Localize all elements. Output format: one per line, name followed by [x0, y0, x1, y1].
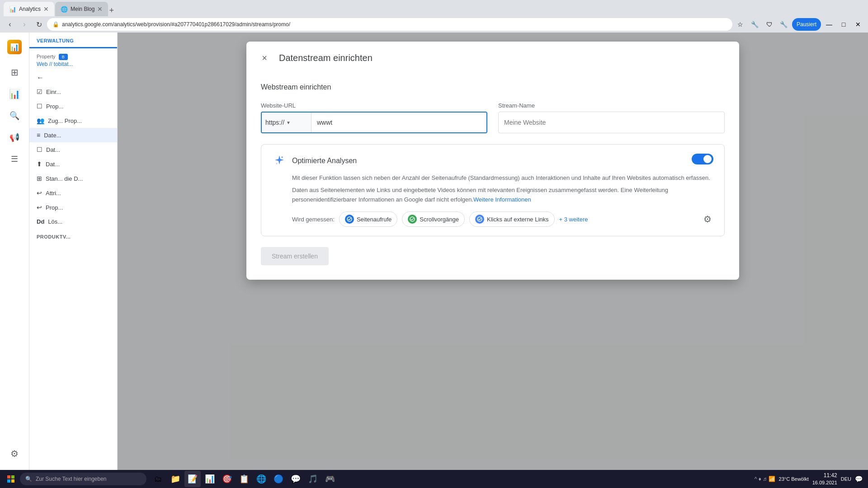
date2-icon: ☐: [37, 146, 42, 153]
new-tab-button[interactable]: +: [109, 6, 114, 15]
taskbar-app-ppt[interactable]: 🎯: [219, 471, 235, 487]
enhanced-title: Optimierte Analysen: [292, 157, 357, 165]
svg-rect-8: [11, 479, 14, 483]
sidebar-item-reports[interactable]: 📊: [0, 83, 29, 105]
extension2-button[interactable]: 🛡: [763, 18, 776, 31]
back-btn[interactable]: ←: [29, 71, 117, 84]
minimize-button[interactable]: —: [823, 18, 835, 31]
nav-item-prop2[interactable]: ↩ Prop...: [29, 200, 117, 215]
date1-icon: ≡: [37, 131, 40, 139]
analytics-favicon: 📊: [9, 6, 16, 13]
forward-button[interactable]: ›: [18, 18, 31, 31]
maximize-button[interactable]: □: [837, 18, 850, 31]
second-panel: VERWALTUNG Property B Web // tobitat... …: [29, 33, 118, 470]
taskbar-search[interactable]: 🔍 Zur Suche Text hier eingeben: [20, 473, 146, 485]
taskbar-app-music[interactable]: 🎵: [305, 471, 321, 487]
tab-analytics[interactable]: 📊 Analytics ✕: [4, 2, 54, 16]
chip-scrollvorgaenge[interactable]: Scrollvorgänge: [402, 211, 465, 227]
taskbar-date: 16.09.2021: [812, 479, 837, 486]
nav-item-einr[interactable]: ☑ Einr...: [29, 84, 117, 99]
date3-icon: ⬆: [37, 160, 42, 168]
nav-item-los[interactable]: Dd Lös...: [29, 215, 117, 229]
nav-item-zug[interactable]: 👥 Zug... Prop...: [29, 113, 117, 128]
enhanced-title-row: Optimierte Analysen: [272, 154, 357, 168]
zug-icon: 👥: [37, 117, 44, 124]
weitere-informationen-link[interactable]: Weitere Informationen: [473, 196, 531, 203]
dialog-title: Datenstream einrichten: [279, 53, 373, 63]
chip-seitenaufrufe[interactable]: Seitenaufrufe: [339, 211, 397, 227]
create-stream-button[interactable]: Stream erstellen: [261, 247, 329, 265]
taskbar-app-folder[interactable]: 📁: [167, 471, 184, 487]
stream-name-input[interactable]: [498, 112, 725, 133]
url-prefix-select[interactable]: https:// ▼: [262, 113, 311, 132]
taskbar-app-chrome[interactable]: 🌐: [253, 471, 269, 487]
taskbar-app-misc[interactable]: 🎮: [322, 471, 338, 487]
stan-icon: ⊞: [37, 175, 42, 182]
close-window-button[interactable]: ✕: [852, 18, 864, 31]
taskbar-app-files[interactable]: 🗂: [150, 471, 166, 487]
nav-item-date3[interactable]: ⬆ Dat...: [29, 157, 117, 171]
svg-rect-5: [7, 475, 10, 479]
svg-rect-7: [7, 479, 10, 483]
enhanced-desc1: Mit dieser Funktion lassen sich neben de…: [272, 174, 713, 183]
tab-blog-close[interactable]: ✕: [97, 5, 103, 13]
back-arrow-icon: ←: [37, 74, 44, 82]
sparkle-icon: [272, 154, 287, 168]
dialog: × Datenstream einrichten Webstream einri…: [246, 42, 739, 280]
prop2-icon: ↩: [37, 204, 42, 211]
taskbar-app-teams[interactable]: 💬: [288, 471, 304, 487]
taskbar-app-edge[interactable]: 🔵: [270, 471, 287, 487]
dialog-overlay: × Datenstream einrichten Webstream einri…: [118, 33, 868, 470]
taskbar-time: 11:42: [812, 472, 837, 479]
start-button[interactable]: [2, 471, 20, 487]
nav-item-date1[interactable]: ≡ Date...: [29, 128, 117, 142]
tab-blog[interactable]: 🌐 Mein Blog ✕: [55, 2, 108, 16]
url-bar[interactable]: 🔒 analytics.google.com/analytics/web/pro…: [47, 18, 732, 31]
nav-item-attr[interactable]: ↩ Attri...: [29, 186, 117, 200]
more-measurements-link[interactable]: + 3 weitere: [559, 216, 588, 223]
extension-button[interactable]: 🔧: [749, 18, 761, 31]
bookmark-button[interactable]: ☆: [734, 18, 747, 31]
measurements-settings-button[interactable]: ⚙: [702, 212, 713, 226]
url-lock-icon: 🔒: [52, 21, 59, 28]
attr-icon: ↩: [37, 189, 42, 197]
notification-icon[interactable]: 💬: [855, 475, 863, 483]
taskbar-app-onenote[interactable]: 📋: [236, 471, 252, 487]
taskbar-app-word[interactable]: 📝: [184, 471, 201, 487]
prop-icon: ☐: [37, 103, 42, 110]
enhanced-toggle[interactable]: [692, 154, 713, 164]
nav-item-stan[interactable]: ⊞ Stan... die D...: [29, 171, 117, 186]
tab-analytics-close[interactable]: ✕: [43, 5, 49, 13]
sidebar-item-configure[interactable]: ☰: [0, 148, 29, 170]
klicks-chip-icon: [475, 215, 484, 224]
form-row: Website-URL https:// ▼ Stream-Name: [261, 102, 725, 133]
nav-item-prop[interactable]: ☐ Prop...: [29, 99, 117, 113]
nav-item-date2[interactable]: ☐ Dat...: [29, 142, 117, 157]
dialog-body: Webstream einrichten Website-URL https:/…: [246, 72, 739, 280]
sidebar-item-explore[interactable]: 🔍: [0, 105, 29, 127]
profile-avatar-button[interactable]: Pausiert: [792, 18, 821, 31]
los-icon: Dd: [37, 218, 44, 225]
back-button[interactable]: ‹: [4, 18, 16, 31]
language-indicator: DEU: [841, 476, 851, 482]
url-form-group: Website-URL https:// ▼: [261, 102, 487, 133]
taskbar-search-placeholder: Zur Suche Text hier eingeben: [36, 476, 107, 482]
property-link[interactable]: Web // tobitat...: [37, 61, 110, 67]
klicks-label: Klicks auf externe Links: [487, 216, 549, 223]
reload-button[interactable]: ↻: [33, 18, 45, 31]
stream-name-form-group: Stream-Name: [498, 102, 725, 133]
panel-header: VERWALTUNG: [29, 33, 117, 48]
sidebar-item-settings[interactable]: ⚙: [0, 443, 29, 465]
url-input[interactable]: [311, 113, 486, 132]
enhanced-desc2: Daten aus Seitenelementen wie Links und …: [272, 186, 713, 205]
chip-klicks[interactable]: Klicks auf externe Links: [469, 211, 555, 227]
taskbar-app-excel[interactable]: 📊: [202, 471, 218, 487]
stream-name-label: Stream-Name: [498, 102, 725, 109]
sidebar-item-advertising[interactable]: 📢: [0, 127, 29, 148]
extension3-button[interactable]: 🔧: [778, 18, 790, 31]
taskbar: 🔍 Zur Suche Text hier eingeben 🗂 📁 📝 📊 🎯…: [0, 470, 868, 488]
dialog-close-button[interactable]: ×: [257, 51, 272, 65]
weather-info: 23°C Bewölkt: [779, 476, 809, 482]
sidebar-item-home[interactable]: ⊞: [0, 61, 29, 83]
taskbar-apps: 🗂 📁 📝 📊 🎯 📋 🌐 🔵 💬 🎵 🎮: [150, 471, 338, 487]
